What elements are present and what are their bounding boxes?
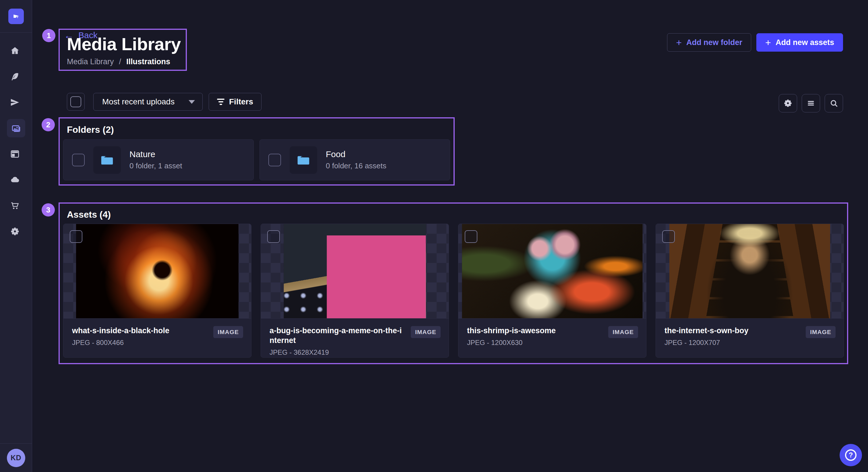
annotation-badge-3: 3 xyxy=(42,203,55,216)
asset-meta: JPEG - 1200X630 xyxy=(467,339,638,347)
list-icon xyxy=(806,99,815,108)
add-new-assets-label: Add new assets xyxy=(776,38,834,47)
plus-icon: + xyxy=(676,38,682,47)
cloud-icon xyxy=(10,175,20,185)
sidebar-item-marketplace[interactable] xyxy=(7,198,23,214)
media-library-icon xyxy=(11,123,21,133)
folder-card-food[interactable]: Food 0 folder, 16 assets xyxy=(259,139,450,180)
asset-card-internets-own-boy[interactable]: the-internet-s-own-boy JPEG - 1200X707 I… xyxy=(656,224,844,358)
sidebar-item-settings[interactable] xyxy=(7,224,23,239)
folder-card-nature[interactable]: Nature 0 folder, 1 asset xyxy=(63,139,254,180)
folder-icon xyxy=(296,152,311,168)
strapi-logo-icon xyxy=(12,12,20,21)
asset-meta: JPEG - 1200X707 xyxy=(664,339,835,347)
asset-checkbox[interactable] xyxy=(662,230,675,243)
filter-icon xyxy=(217,99,224,105)
sidebar-footer: KD xyxy=(0,443,32,472)
asset-checkbox[interactable] xyxy=(267,230,280,243)
paper-plane-icon xyxy=(10,98,20,107)
asset-checkbox[interactable] xyxy=(70,230,82,243)
toolbar-left: Most recent uploads Filters xyxy=(67,93,261,111)
sidebar-item-content-type-builder[interactable] xyxy=(7,69,23,85)
asset-type-badge: IMAGE xyxy=(213,326,243,338)
filters-button[interactable]: Filters xyxy=(209,93,261,111)
select-all-checkbox[interactable] xyxy=(70,96,81,107)
chevron-down-icon xyxy=(189,100,195,104)
asset-type-badge: IMAGE xyxy=(806,326,836,338)
media-settings-button[interactable] xyxy=(779,94,797,112)
folder-checkbox[interactable] xyxy=(268,154,281,166)
asset-info: a-bug-is-becoming-a-meme-on-the-internet… xyxy=(261,318,448,358)
gear-icon xyxy=(10,227,20,236)
asset-card-black-hole[interactable]: what-s-inside-a-black-hole JPEG - 800X46… xyxy=(63,224,251,358)
annotation-badge-1: 1 xyxy=(42,29,55,42)
add-new-folder-label: Add new folder xyxy=(686,38,742,47)
asset-thumbnail xyxy=(261,224,448,318)
folder-name: Food xyxy=(326,149,386,159)
asset-name: what-s-inside-a-black-hole xyxy=(72,326,206,336)
sort-dropdown-value: Most recent uploads xyxy=(102,97,175,106)
home-icon xyxy=(10,46,20,56)
feather-icon xyxy=(10,72,20,81)
cart-icon xyxy=(10,201,20,210)
asset-info: the-internet-s-own-boy JPEG - 1200X707 I… xyxy=(656,318,844,354)
black-hole-image xyxy=(76,224,239,318)
sidebar-item-media-library[interactable] xyxy=(7,119,25,137)
breadcrumb-parent[interactable]: Media Library xyxy=(67,57,114,66)
assets-heading: Assets (4) xyxy=(67,209,111,220)
add-new-folder-button[interactable]: + Add new folder xyxy=(667,33,751,52)
asset-type-badge: IMAGE xyxy=(608,326,638,338)
select-all-checkbox-wrap xyxy=(67,93,85,111)
help-button[interactable]: ? xyxy=(840,444,862,466)
folder-text: Nature 0 folder, 1 asset xyxy=(129,149,182,170)
page-title: Media Library xyxy=(67,34,181,54)
folder-thumb xyxy=(93,146,121,174)
plus-icon: + xyxy=(765,38,771,47)
folder-text: Food 0 folder, 16 assets xyxy=(326,149,386,170)
folder-name: Nature xyxy=(129,149,182,159)
folder-checkbox[interactable] xyxy=(72,154,85,166)
sidebar: KD xyxy=(0,0,32,472)
sort-dropdown[interactable]: Most recent uploads xyxy=(93,93,203,111)
asset-thumbnail xyxy=(63,224,251,318)
asset-card-bug-meme[interactable]: a-bug-is-becoming-a-meme-on-the-internet… xyxy=(260,224,449,358)
question-mark-icon: ? xyxy=(845,449,857,461)
folder-thumb xyxy=(290,146,317,174)
filters-label: Filters xyxy=(229,97,253,106)
add-new-assets-button[interactable]: + Add new assets xyxy=(756,33,843,52)
folder-icon xyxy=(99,152,115,168)
asset-card-shrimp[interactable]: this-shrimp-is-awesome JPEG - 1200X630 I… xyxy=(458,224,646,358)
asset-name: this-shrimp-is-awesome xyxy=(467,326,601,336)
sidebar-item-home[interactable] xyxy=(7,43,23,59)
header-actions: + Add new folder + Add new assets xyxy=(667,33,843,52)
breadcrumb-separator: / xyxy=(119,57,121,66)
asset-meta: JPEG - 3628X2419 xyxy=(270,348,440,357)
sidebar-item-releases[interactable] xyxy=(7,94,23,110)
logo-container xyxy=(0,0,32,33)
asset-name: the-internet-s-own-boy xyxy=(664,326,799,336)
breadcrumb-current: Illustrations xyxy=(126,57,170,66)
asset-thumbnail xyxy=(458,224,646,318)
list-view-button[interactable] xyxy=(802,94,820,112)
search-icon xyxy=(829,99,838,108)
sidebar-nav xyxy=(7,43,25,239)
search-button[interactable] xyxy=(825,94,843,112)
annotation-badge-2: 2 xyxy=(42,118,55,131)
strapi-logo[interactable] xyxy=(8,9,24,24)
breadcrumb: Media Library / Illustrations xyxy=(67,57,170,66)
asset-info: what-s-inside-a-black-hole JPEG - 800X46… xyxy=(63,318,251,354)
asset-thumbnail xyxy=(656,224,844,318)
mantis-shrimp-image xyxy=(462,224,643,318)
media-library-page: KD ← Back 1 Media Library Media Library … xyxy=(0,0,868,472)
toolbar-right xyxy=(779,94,843,112)
user-avatar[interactable]: KD xyxy=(7,449,25,467)
sidebar-item-deploy[interactable] xyxy=(7,172,23,188)
folder-meta: 0 folder, 1 asset xyxy=(129,162,182,170)
folders-heading: Folders (2) xyxy=(67,125,114,135)
asset-checkbox[interactable] xyxy=(465,230,477,243)
content-layout-icon xyxy=(10,149,20,159)
asset-info: this-shrimp-is-awesome JPEG - 1200X630 I… xyxy=(458,318,646,354)
sidebar-item-content-manager[interactable] xyxy=(7,146,23,162)
library-portrait-image xyxy=(670,224,830,318)
folder-meta: 0 folder, 16 assets xyxy=(326,162,386,170)
